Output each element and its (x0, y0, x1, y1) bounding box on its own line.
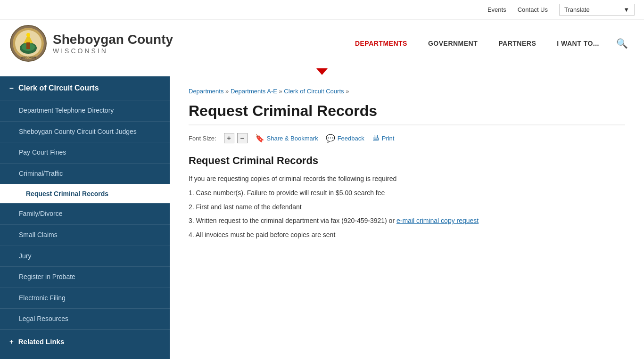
feedback-label: Feedback (338, 135, 364, 142)
state-subtitle: WISCONSIN (53, 47, 173, 55)
sidebar-item-electronic-filing[interactable]: Electronic Filing (0, 288, 170, 309)
feedback-icon: 💬 (326, 134, 335, 143)
sidebar-section-label: Clerk of Circuit Courts (18, 84, 99, 92)
translate-selector[interactable]: Translate ▼ (559, 4, 635, 16)
actions-bar: Font Size: + – 🔖 Share & Bookmark 💬 Feed… (189, 133, 625, 143)
share-bookmark-link[interactable]: 🔖 Share & Bookmark (255, 134, 318, 143)
sidebar-item-family-divorce[interactable]: Family/Divorce (0, 203, 170, 224)
logo-area: WISCONSIN Sheboygan County WISCONSIN (9, 25, 173, 62)
sidebar-related-label: Related Links (18, 337, 65, 346)
breadcrumb-sep-3: » (346, 88, 349, 95)
sidebar-item-pay-fines[interactable]: Pay Court Fines (0, 142, 170, 163)
main-nav: DEPARTMENTS GOVERNMENT PARTNERS I WANT T… (173, 33, 635, 54)
print-label: Print (382, 135, 395, 142)
site-header: WISCONSIN Sheboygan County WISCONSIN DEP… (0, 20, 644, 68)
font-decrease-button[interactable]: – (237, 133, 248, 143)
breadcrumb: Departments » Departments A-E » Clerk of… (189, 88, 625, 95)
nav-partners[interactable]: PARTNERS (488, 35, 546, 52)
sidebar-item-circuit-judges[interactable]: Sheboygan County Circuit Court Judges (0, 121, 170, 142)
site-title-block: Sheboygan County WISCONSIN (53, 32, 173, 55)
breadcrumb-depts-ae[interactable]: Departments A-E (231, 88, 277, 95)
sidebar: – Clerk of Circuit Courts Department Tel… (0, 76, 170, 359)
print-link[interactable]: 🖶 Print (372, 134, 395, 142)
content-item4: 4. All invoices must be paid before copi… (189, 230, 625, 241)
svg-point-7 (26, 33, 30, 37)
sidebar-section-clerk[interactable]: – Clerk of Circuit Courts (0, 76, 170, 100)
content-item1: 1. Case number(s). Failure to provide wi… (189, 188, 625, 199)
chevron-down-icon: ▼ (623, 6, 629, 13)
sidebar-item-small-claims[interactable]: Small Claims (0, 224, 170, 246)
feedback-link[interactable]: 💬 Feedback (326, 134, 364, 143)
share-icon: 🔖 (255, 134, 264, 143)
sidebar-related-links[interactable]: + Related Links (0, 329, 170, 353)
breadcrumb-sep-1: » (225, 88, 231, 95)
sidebar-minus-icon: – (9, 84, 14, 92)
county-logo: WISCONSIN (9, 25, 47, 62)
sidebar-item-register-probate[interactable]: Register in Probate (0, 266, 170, 288)
nav-departments[interactable]: DEPARTMENTS (345, 35, 418, 52)
nav-indicator (0, 67, 644, 76)
page-title: Request Criminal Records (189, 102, 625, 125)
email-criminal-link[interactable]: e-mail criminal copy request (396, 217, 479, 224)
share-bookmark-label: Share & Bookmark (267, 135, 318, 142)
breadcrumb-sep-2: » (279, 88, 284, 95)
sidebar-plus-icon: + (9, 337, 14, 346)
sidebar-item-criminal-traffic[interactable]: Criminal/Traffic (0, 163, 170, 184)
content-item3-text: 3. Written request to the criminal depar… (189, 217, 396, 224)
font-size-label: Font Size: (189, 135, 216, 142)
contact-link[interactable]: Contact Us (518, 6, 548, 13)
nav-i-want-to[interactable]: I WANT TO... (546, 35, 610, 52)
content-item3: 3. Written request to the criminal depar… (189, 215, 625, 227)
main-content: Departments » Departments A-E » Clerk of… (170, 76, 644, 359)
svg-rect-6 (26, 42, 30, 49)
svg-text:WISCONSIN: WISCONSIN (21, 56, 36, 59)
content-heading: Request Criminal Records (189, 155, 625, 167)
search-icon[interactable]: 🔍 (610, 33, 635, 54)
content-intro: If you are requesting copies of criminal… (189, 173, 625, 185)
top-bar: Events Contact Us Translate ▼ (0, 0, 644, 20)
page-body: – Clerk of Circuit Courts Department Tel… (0, 76, 644, 359)
font-increase-button[interactable]: + (224, 133, 234, 143)
breadcrumb-clerk[interactable]: Clerk of Circuit Courts (284, 88, 344, 95)
breadcrumb-departments[interactable]: Departments (189, 88, 223, 95)
nav-triangle (316, 68, 328, 75)
county-title: Sheboygan County (53, 32, 173, 47)
content-item2: 2. First and last name of the defendant (189, 202, 625, 213)
sidebar-item-dept-telephone[interactable]: Department Telephone Directory (0, 100, 170, 121)
nav-government[interactable]: GOVERNMENT (418, 35, 488, 52)
sidebar-item-request-criminal[interactable]: Request Criminal Records (0, 184, 170, 203)
print-icon: 🖶 (372, 134, 380, 142)
events-link[interactable]: Events (487, 6, 506, 13)
font-size-controls: + – (224, 133, 248, 143)
sidebar-item-jury[interactable]: Jury (0, 246, 170, 267)
translate-label: Translate (564, 6, 590, 13)
sidebar-item-legal-resources[interactable]: Legal Resources (0, 308, 170, 329)
content-section: Request Criminal Records If you are requ… (189, 155, 625, 241)
